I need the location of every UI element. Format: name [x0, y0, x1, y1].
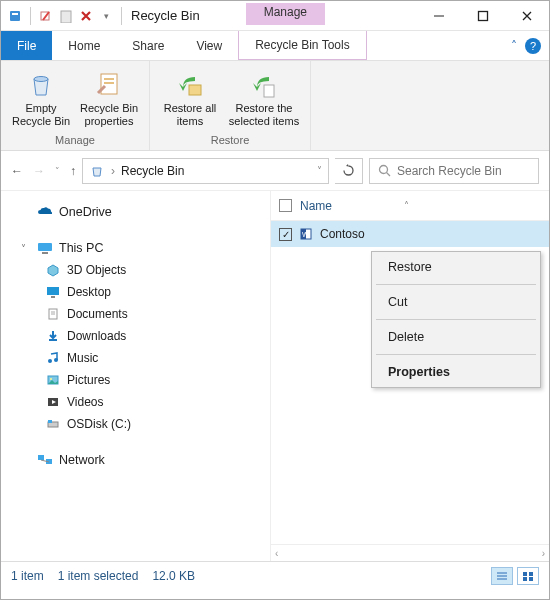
network-icon	[37, 452, 53, 468]
column-sort-icon[interactable]: ˄	[404, 200, 409, 211]
nav-videos[interactable]: Videos	[45, 391, 264, 413]
delete-qat-icon[interactable]	[78, 8, 94, 24]
tab-home[interactable]: Home	[52, 31, 116, 60]
context-menu-separator	[376, 284, 536, 285]
svg-rect-28	[48, 420, 52, 423]
ribbon: Empty Recycle Bin Recycle Bin properties…	[1, 61, 549, 151]
videos-icon	[45, 394, 61, 410]
search-input[interactable]	[397, 164, 547, 178]
collapse-ribbon-icon[interactable]: ˄	[511, 39, 517, 53]
svg-point-23	[54, 358, 58, 362]
button-label: Restore the selected items	[228, 102, 300, 127]
breadcrumb-location[interactable]: Recycle Bin	[121, 164, 184, 178]
file-list[interactable]: W Contoso Restore Cut Delete Properties	[271, 221, 549, 544]
svg-rect-9	[104, 82, 114, 84]
close-button[interactable]	[505, 2, 549, 30]
context-menu-properties[interactable]: Properties	[372, 357, 540, 387]
nav-osdisk[interactable]: OSDisk (C:)	[45, 413, 264, 435]
context-menu-delete[interactable]: Delete	[372, 322, 540, 352]
scroll-left-icon[interactable]: ‹	[275, 548, 278, 559]
nav-network[interactable]: Network	[19, 449, 264, 471]
maximize-button[interactable]	[461, 2, 505, 30]
large-icons-view-button[interactable]	[517, 567, 539, 585]
help-icon[interactable]: ?	[525, 38, 541, 54]
svg-rect-16	[47, 287, 59, 295]
recent-locations-dropdown[interactable]: ˅	[55, 166, 60, 176]
nav-pictures[interactable]: Pictures	[45, 369, 264, 391]
svg-text:W: W	[302, 231, 309, 238]
svg-point-12	[380, 166, 388, 174]
tab-file[interactable]: File	[1, 31, 52, 60]
nav-label: Music	[67, 351, 98, 365]
context-menu-cut[interactable]: Cut	[372, 287, 540, 317]
button-label: Recycle Bin properties	[79, 102, 139, 127]
column-header-name[interactable]: Name	[300, 199, 332, 213]
restore-selected-icon	[248, 68, 280, 100]
back-button[interactable]: ←	[11, 164, 23, 178]
minimize-button[interactable]	[417, 2, 461, 30]
nav-onedrive[interactable]: OneDrive	[19, 201, 264, 223]
qat-dropdown-icon[interactable]: ▾	[98, 8, 114, 24]
svg-rect-8	[104, 78, 114, 80]
empty-recycle-bin-button[interactable]: Empty Recycle Bin	[11, 65, 71, 130]
svg-rect-0	[10, 11, 20, 21]
properties-qat-icon[interactable]	[38, 8, 54, 24]
address-bar[interactable]: › Recycle Bin ˅	[82, 158, 329, 184]
nav-downloads[interactable]: Downloads	[45, 325, 264, 347]
nav-music[interactable]: Music	[45, 347, 264, 369]
address-dropdown-icon[interactable]: ˅	[317, 165, 322, 176]
refresh-button[interactable]	[335, 158, 363, 184]
nav-desktop[interactable]: Desktop	[45, 281, 264, 303]
svg-rect-39	[529, 572, 533, 576]
ribbon-group-label: Restore	[211, 134, 250, 148]
svg-rect-5	[479, 11, 488, 20]
quick-access-toolbar: ▾ Recycle Bin	[1, 7, 206, 25]
restore-all-button[interactable]: Restore all items	[160, 65, 220, 130]
contextual-tab-header: Manage	[246, 3, 325, 25]
recycle-bin-properties-button[interactable]: Recycle Bin properties	[79, 65, 139, 130]
context-menu-restore[interactable]: Restore	[372, 252, 540, 282]
button-label: Empty Recycle Bin	[11, 102, 71, 127]
tab-recycle-bin-tools[interactable]: Recycle Bin Tools	[238, 31, 367, 60]
onedrive-icon	[37, 204, 53, 220]
forward-button[interactable]: →	[33, 164, 45, 178]
tab-view[interactable]: View	[180, 31, 238, 60]
documents-icon	[45, 306, 61, 322]
content-pane: Name ˄ W Contoso Restore Cut Delete Prop…	[271, 191, 549, 561]
word-document-icon: W	[298, 226, 314, 242]
title-bar: ▾ Recycle Bin Manage	[1, 1, 549, 31]
svg-rect-3	[61, 11, 71, 23]
file-checkbox[interactable]	[279, 228, 292, 241]
file-name: Contoso	[320, 227, 365, 241]
this-pc-icon	[37, 240, 53, 256]
svg-point-22	[48, 359, 52, 363]
nav-documents[interactable]: Documents	[45, 303, 264, 325]
collapse-icon[interactable]: ˅	[21, 243, 31, 254]
file-row[interactable]: W Contoso	[271, 221, 549, 247]
separator	[121, 7, 122, 25]
nav-label: 3D Objects	[67, 263, 126, 277]
up-button[interactable]: ↑	[70, 164, 76, 178]
properties-icon	[93, 68, 125, 100]
window-controls	[417, 2, 549, 30]
separator	[30, 7, 31, 25]
navigation-bar: ← → ˅ ↑ › Recycle Bin ˅	[1, 151, 549, 191]
tab-share[interactable]: Share	[116, 31, 180, 60]
select-all-checkbox[interactable]	[279, 199, 292, 212]
restore-selected-button[interactable]: Restore the selected items	[228, 65, 300, 130]
nav-3d-objects[interactable]: 3D Objects	[45, 259, 264, 281]
context-menu-separator	[376, 319, 536, 320]
svg-rect-15	[42, 252, 48, 254]
breadcrumb-separator: ›	[111, 164, 115, 178]
new-folder-qat-icon[interactable]	[58, 8, 74, 24]
nav-label: This PC	[59, 241, 103, 255]
pictures-icon	[45, 372, 61, 388]
scroll-right-icon[interactable]: ›	[542, 548, 545, 559]
details-view-button[interactable]	[491, 567, 513, 585]
horizontal-scrollbar[interactable]: ‹ ›	[271, 544, 549, 561]
search-box[interactable]	[369, 158, 539, 184]
nav-label: Network	[59, 453, 105, 467]
nav-this-pc[interactable]: ˅ This PC	[19, 237, 264, 259]
drive-icon	[45, 416, 61, 432]
svg-rect-38	[523, 572, 527, 576]
